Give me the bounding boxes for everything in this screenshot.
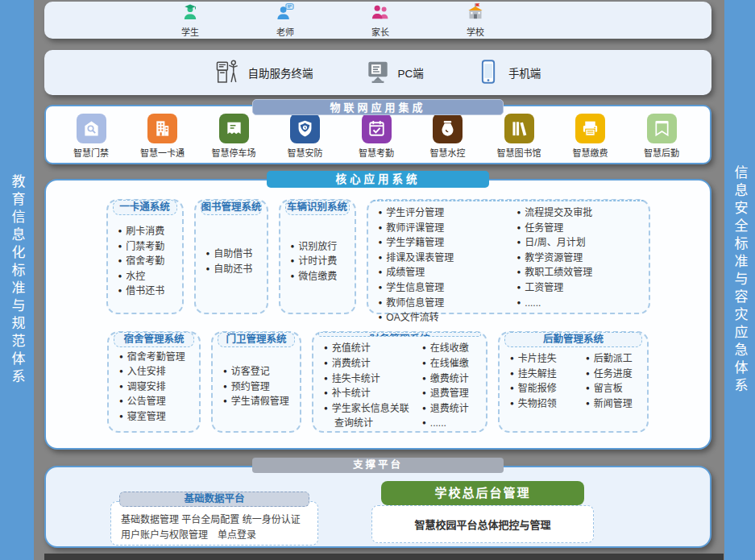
system-gate: 门卫管理系统 访客登记预约管理学生请假管理	[211, 331, 301, 433]
school-icon	[466, 2, 485, 24]
base-data-line1: 基础数据管理 平台全局配置 统一身份认证	[121, 512, 309, 528]
terminal-label: 手机端	[508, 64, 541, 81]
feature-item: 退费统计	[422, 401, 482, 417]
iot-app-item: 智慧后勤	[633, 114, 691, 159]
support-title-banner: 支撑平台	[252, 458, 504, 473]
feature-item: 排课及课表管理	[379, 251, 511, 266]
feature-item: 卡片挂失	[510, 351, 579, 367]
water-control-icon	[433, 114, 463, 143]
iot-app-label: 智慧水控	[430, 146, 466, 159]
right-banner-text: 信息安全标准与容灾应急体系	[730, 165, 750, 396]
user-role-label: 学校	[467, 25, 484, 38]
smart-campus-architecture-diagram: 教育信息化标准与规范体系 信息安全标准与容灾应急体系 学生 老师 家长	[0, 0, 755, 560]
system-finance-col2: 在线收缴在线催缴缴费统计退费管理退费统计......	[416, 341, 482, 431]
feature-item: 访客登记	[223, 364, 296, 380]
user-role-label: 家长	[371, 25, 389, 38]
feature-item: 寝室管理	[119, 409, 195, 425]
terminal-label: 自助服务终端	[248, 64, 313, 81]
system-library-list: 自助借书自助还书	[200, 215, 263, 313]
core-systems-row2: 宿舍管理系统 宿舍考勤管理入住安排调寝安排公告管理寝室管理 门卫管理系统 访客登…	[46, 331, 710, 433]
system-academic: 教务管理系统 学生评分管理教师评课管理学生学籍管理排课及课表管理成绩管理学生信息…	[367, 199, 650, 314]
teacher-icon	[276, 2, 295, 24]
user-role-item: 学生	[165, 2, 215, 38]
system-onecard-title: 一卡通系统	[113, 200, 177, 215]
system-academic-columns: 学生评分管理教师评课管理学生学籍管理排课及课表管理成绩管理学生信息管理教师信息管…	[372, 201, 645, 326]
feature-item: 学生评分管理	[379, 205, 511, 221]
parents-icon	[371, 2, 390, 24]
base-data-platform-title: 基础数据平台	[119, 492, 309, 507]
system-dorm-list: 宿舍考勤管理入住安排调寝安排公告管理寝室管理	[113, 347, 195, 431]
feature-item: 在线收缴	[422, 341, 482, 356]
diagram-content: 学生 老师 家长 学校	[44, 0, 711, 548]
iot-app-label: 智慧缴费	[573, 146, 608, 159]
user-role-item: 家长	[355, 2, 405, 38]
iot-title-banner: 物联网应用集成	[252, 99, 504, 115]
iot-app-label: 智慧门禁	[73, 146, 109, 159]
payment-pos-icon	[575, 114, 605, 143]
system-logistics-title: 后勤管理系统	[504, 332, 642, 347]
feature-item: 刷卡消费	[118, 224, 178, 239]
attendance-calendar-icon	[362, 114, 392, 143]
core-systems-row1: 一卡通系统 刷卡消费门禁考勤宿舍考勤水控借书还书 图书管理系统 自助借书自助还书…	[46, 199, 710, 314]
system-finance: 财务管理系统 充值统计消费统计挂失卡统计补卡统计学生家长信息关联查询统计 在线收…	[312, 331, 487, 433]
feature-item: 流程提交及审批	[517, 205, 645, 221]
feature-item: 消费统计	[324, 356, 416, 371]
security-shield-icon	[290, 114, 320, 143]
feature-item: 补卡统计	[324, 386, 416, 401]
iot-app-item: 智慧水控	[419, 114, 477, 159]
student-icon	[180, 2, 200, 24]
iot-app-label: 智慧考勤	[359, 146, 394, 159]
feature-item: 识别放行	[291, 239, 351, 255]
feature-item: 教师评课管理	[379, 221, 511, 236]
iot-app-label: 智慧停车场	[212, 146, 256, 159]
user-role-item: 老师	[260, 2, 310, 38]
iot-app-item: 智慧门禁	[62, 114, 120, 159]
system-library: 图书管理系统 自助借书自助还书	[194, 199, 268, 314]
system-vehicle: 车辆识别系统 识别放行计时计费微信缴费	[279, 199, 356, 314]
system-vehicle-title: 车辆识别系统	[285, 200, 350, 215]
left-banner-text: 教育信息化标准与规范体系	[7, 174, 27, 387]
school-admin-title: 学校总后台管理	[381, 481, 584, 505]
system-academic-col2: 流程提交及审批任务管理日/周、月计划教学资源管理教职工绩效管理工资管理.....…	[511, 205, 645, 326]
feature-item: 教职工绩效管理	[517, 265, 645, 280]
school-admin-body: 智慧校园平台总体把控与管理	[371, 505, 594, 543]
base-data-platform-body: 基础数据管理 平台全局配置 统一身份认证 用户账户与权限管理 单点登录	[110, 501, 318, 545]
system-logistics-col2: 后勤派工任务进度留言板新闻管理	[579, 351, 643, 411]
core-title-banner: 核心应用系统	[267, 171, 489, 188]
feature-item: 学生请假管理	[223, 394, 296, 409]
feature-item: OA文件流转	[379, 310, 511, 326]
user-role-label: 老师	[276, 25, 294, 38]
support-platform-panel: 支撑平台 基础数据平台 基础数据管理 平台全局配置 统一身份认证 用户账户与权限…	[44, 466, 711, 548]
bottom-bar	[44, 554, 724, 560]
system-vehicle-list: 识别放行计时计费微信缴费	[284, 215, 351, 313]
feature-item: 任务管理	[517, 221, 645, 236]
feature-item: 宿舍考勤管理	[119, 350, 195, 365]
feature-item: 挂失卡统计	[324, 371, 416, 387]
pc-icon	[365, 58, 391, 88]
base-data-line2: 用户账户与权限管理 单点登录	[121, 528, 309, 543]
terminal-item: 自助服务终端	[215, 58, 313, 88]
core-systems-panel: 核心应用系统 一卡通系统 刷卡消费门禁考勤宿舍考勤水控借书还书 图书管理系统 自…	[44, 179, 711, 450]
iot-panel: 物联网应用集成 智慧门禁 智慧一卡通 智慧停车场	[44, 105, 711, 164]
one-card-icon	[147, 114, 177, 143]
system-library-title: 图书管理系统	[201, 200, 262, 215]
terminal-label: PC端	[398, 64, 424, 81]
iot-app-item: 智慧图书馆	[490, 114, 548, 159]
feature-item: 学生学籍管理	[379, 235, 511, 251]
parking-icon	[219, 114, 249, 143]
feature-item: 留言板	[586, 381, 643, 396]
iot-app-label: 智慧图书馆	[497, 146, 541, 159]
terminal-item: 手机端	[475, 58, 541, 88]
system-gate-list: 访客登记预约管理学生请假管理	[217, 347, 296, 431]
right-security-banner: 信息安全标准与容灾应急体系	[724, 0, 755, 560]
feature-item: 水控	[118, 269, 178, 284]
school-admin-platform: 学校总后台管理 智慧校园平台总体把控与管理	[371, 481, 594, 545]
system-finance-columns: 充值统计消费统计挂失卡统计补卡统计学生家长信息关联查询统计 在线收缴在线催缴缴费…	[317, 337, 482, 431]
feature-item: 日/周、月计划	[517, 235, 645, 251]
feature-item: 在线催缴	[422, 356, 482, 371]
user-role-label: 学生	[181, 25, 199, 38]
library-books-icon	[504, 114, 534, 143]
feature-item: 智能报修	[510, 381, 579, 396]
system-dorm-title: 宿舍管理系统	[114, 332, 194, 347]
system-logistics-col1: 卡片挂失挂失解挂智能报修失物招领	[504, 351, 579, 411]
